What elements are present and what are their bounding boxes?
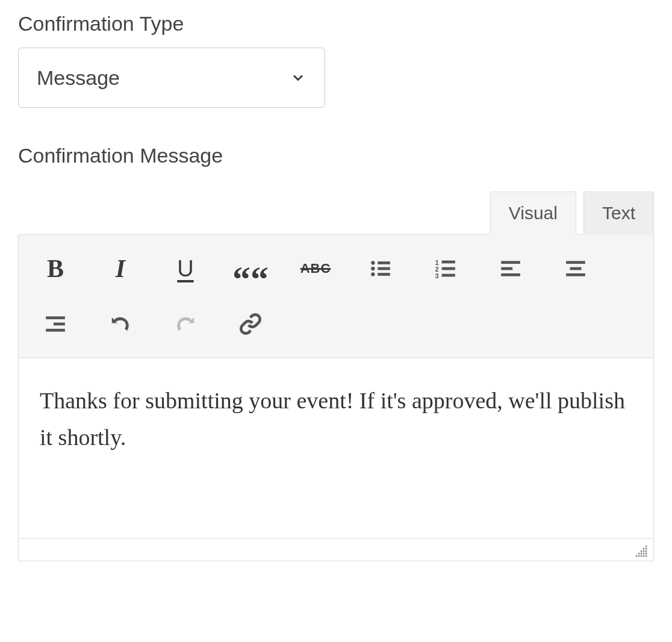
svg-rect-16 bbox=[570, 267, 582, 270]
confirmation-type-value: Message bbox=[37, 66, 290, 90]
svg-rect-12 bbox=[501, 261, 520, 264]
confirmation-type-label: Confirmation Type bbox=[18, 12, 654, 36]
redo-button[interactable] bbox=[164, 302, 207, 346]
chevron-down-icon bbox=[290, 69, 306, 86]
resize-handle[interactable] bbox=[19, 539, 653, 561]
align-right-button[interactable] bbox=[34, 302, 77, 346]
strikethrough-icon: ABC bbox=[300, 261, 331, 276]
tab-text[interactable]: Text bbox=[583, 192, 654, 235]
svg-point-29 bbox=[643, 553, 645, 555]
svg-rect-3 bbox=[378, 261, 390, 264]
svg-point-1 bbox=[371, 267, 375, 270]
align-left-button[interactable] bbox=[489, 247, 532, 290]
link-button[interactable] bbox=[229, 302, 272, 346]
tab-visual[interactable]: Visual bbox=[490, 192, 576, 235]
undo-icon bbox=[109, 313, 132, 335]
italic-icon: I bbox=[116, 254, 125, 283]
blockquote-button[interactable]: ““ bbox=[229, 247, 272, 290]
svg-rect-4 bbox=[378, 267, 390, 270]
svg-text:3: 3 bbox=[435, 272, 439, 279]
svg-point-24 bbox=[641, 550, 642, 552]
underline-icon: U bbox=[177, 256, 193, 282]
underline-button[interactable]: U bbox=[164, 247, 207, 290]
resize-grip-icon bbox=[634, 544, 649, 558]
svg-point-33 bbox=[641, 555, 642, 557]
align-center-button[interactable] bbox=[554, 247, 597, 290]
svg-rect-11 bbox=[442, 274, 455, 277]
svg-point-28 bbox=[641, 553, 642, 555]
svg-point-30 bbox=[646, 553, 647, 555]
svg-rect-9 bbox=[442, 261, 455, 264]
strikethrough-button[interactable]: ABC bbox=[294, 247, 337, 290]
bulleted-list-button[interactable] bbox=[359, 247, 402, 290]
svg-point-0 bbox=[371, 261, 375, 264]
svg-point-21 bbox=[646, 546, 647, 547]
svg-point-35 bbox=[646, 555, 647, 557]
svg-point-31 bbox=[636, 555, 638, 557]
svg-rect-5 bbox=[378, 273, 390, 276]
editor-container: B I U ““ ABC 1 2 bbox=[18, 234, 654, 561]
editor-toolbar: B I U ““ ABC 1 2 bbox=[19, 235, 653, 358]
numbered-list-icon: 1 2 3 bbox=[434, 257, 457, 280]
svg-rect-20 bbox=[46, 329, 65, 332]
svg-rect-17 bbox=[566, 273, 585, 276]
redo-icon bbox=[174, 313, 197, 335]
svg-rect-13 bbox=[501, 267, 512, 270]
align-center-icon bbox=[564, 257, 587, 280]
svg-rect-10 bbox=[442, 267, 455, 270]
bold-icon: B bbox=[47, 254, 64, 283]
editor-content[interactable]: Thanks for submitting your event! If it'… bbox=[19, 358, 653, 539]
svg-rect-14 bbox=[501, 273, 520, 276]
align-left-icon bbox=[499, 257, 522, 280]
svg-rect-18 bbox=[46, 316, 65, 319]
undo-button[interactable] bbox=[99, 302, 142, 346]
svg-point-23 bbox=[646, 548, 647, 550]
svg-point-32 bbox=[638, 555, 640, 557]
svg-point-27 bbox=[638, 553, 640, 555]
italic-button[interactable]: I bbox=[99, 247, 142, 290]
confirmation-type-select[interactable]: Message bbox=[18, 48, 325, 108]
bulleted-list-icon bbox=[369, 257, 392, 280]
link-icon bbox=[239, 313, 262, 335]
svg-point-22 bbox=[643, 548, 645, 550]
confirmation-message-label: Confirmation Message bbox=[18, 144, 654, 167]
align-right-icon bbox=[44, 313, 67, 335]
numbered-list-button[interactable]: 1 2 3 bbox=[424, 247, 467, 290]
bold-button[interactable]: B bbox=[34, 247, 77, 290]
svg-rect-19 bbox=[54, 323, 65, 326]
editor-tabs: Visual Text bbox=[18, 192, 654, 235]
svg-point-25 bbox=[643, 550, 645, 552]
svg-point-2 bbox=[371, 272, 375, 276]
svg-point-26 bbox=[646, 550, 647, 552]
svg-point-34 bbox=[643, 555, 645, 557]
svg-rect-15 bbox=[566, 261, 585, 264]
